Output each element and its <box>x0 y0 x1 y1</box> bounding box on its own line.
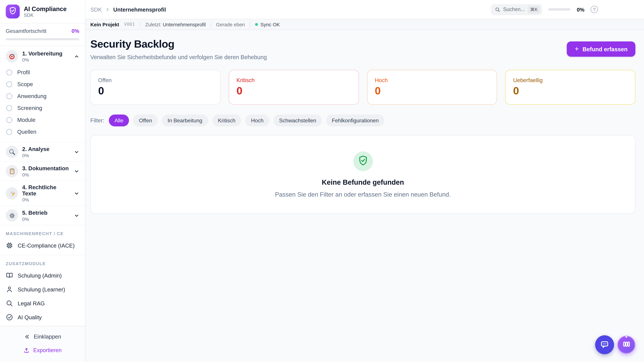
chat-bubble-icon <box>600 340 609 350</box>
sidebar-item-label: AI Quality <box>18 314 42 321</box>
sidebar-item-ai-quality[interactable]: AI Quality <box>0 310 85 324</box>
topbar-progress-bar <box>548 8 570 10</box>
topbar-progress-value: 0% <box>577 6 584 12</box>
sync-status-label: Sync OK <box>260 22 280 27</box>
nav-phase-dokumentation-toggle[interactable]: 3. Dokumentation 0% <box>0 162 85 181</box>
search-input[interactable]: Suchen... ⌘K <box>491 4 542 15</box>
stat-label: Kritisch <box>236 77 351 83</box>
stat-value: 0 <box>98 85 213 96</box>
double-chevron-left-icon <box>24 334 30 340</box>
page-title: Security Backlog <box>90 38 267 50</box>
filter-chip-schwachstellen[interactable]: Schwachstellen <box>273 114 322 126</box>
sidebar-item-scope[interactable]: Scope <box>0 78 85 90</box>
filter-chip-in-bearbeitung[interactable]: In Bearbeitung <box>162 114 208 126</box>
breadcrumb: SDK Unternehmensprofil <box>90 6 166 12</box>
overall-progress-bar <box>6 38 79 40</box>
overall-progress: Gesamtfortschritt 0% <box>0 23 85 46</box>
filter-label: Filter: <box>90 117 104 123</box>
topbar: SDK Unternehmensprofil Suchen... ⌘K 0% ? <box>85 0 644 19</box>
stat-value: 0 <box>236 85 351 96</box>
chevron-down-icon <box>74 213 79 218</box>
last-saved-time: Gerade eben <box>216 22 245 27</box>
kanban-fab-button[interactable] <box>617 336 636 354</box>
sidebar-item-ce-compliance[interactable]: CE-Compliance (IACE) <box>0 239 85 252</box>
search-placeholder: Suchen... <box>503 6 525 12</box>
chevron-right-icon <box>105 7 110 12</box>
divider <box>140 22 140 27</box>
filter-chip-alle[interactable]: Alle <box>109 114 129 126</box>
sidebar-item-schulung-learner[interactable]: Schulung (Learner) <box>0 282 85 296</box>
sidebar-item-label: Schulung (Admin) <box>18 272 62 279</box>
chevron-down-icon <box>74 149 79 155</box>
stat-card-ueberfaellig: Ueberfaellig 0 <box>505 70 636 105</box>
filter-chip-kritisch[interactable]: Kritisch <box>212 114 241 126</box>
clipboard-emoji-icon <box>6 165 18 177</box>
last-visited-value: Unternehmensprofil <box>163 22 206 27</box>
add-finding-button[interactable]: + Befund erfassen <box>567 41 636 57</box>
page-header-text: Security Backlog Verwalten Sie Sicherhei… <box>90 38 267 60</box>
nav-phase-subitems: Profil Scope Anwendung Screening Module … <box>0 66 85 142</box>
stat-card-offen: Offen 0 <box>90 70 220 105</box>
stat-label: Ueberfaellig <box>513 77 628 83</box>
filter-chip-offen[interactable]: Offen <box>133 114 158 126</box>
sidebar-item-module[interactable]: Module <box>0 114 85 126</box>
stat-card-kritisch: Kritisch 0 <box>228 70 359 105</box>
divider <box>211 22 211 27</box>
nav-phase-percent: 0% <box>22 153 70 158</box>
overall-progress-value: 0% <box>72 28 79 34</box>
filter-chip-hoch[interactable]: Hoch <box>245 114 269 126</box>
chat-fab-button[interactable] <box>595 335 614 354</box>
nav-phase-rechtliche-texte: 4. Rechtliche Texte 0% <box>0 181 85 206</box>
shield-check-icon <box>8 6 17 16</box>
sidebar-nav: 1. Vorbereitung 0% Profil Scope Anwendun… <box>0 46 85 326</box>
app-title: AI Compliance <box>24 5 66 12</box>
nav-phase-analyse-toggle[interactable]: 2. Analyse 0% <box>0 142 85 161</box>
stat-label: Hoch <box>375 77 489 83</box>
step-circle-icon <box>6 105 12 111</box>
nav-phase-percent: 0% <box>22 197 70 202</box>
plus-icon: + <box>575 45 579 53</box>
nav-phase-label: 1. Vorbereitung <box>22 50 70 56</box>
chevron-down-icon <box>74 168 79 174</box>
app-logo <box>6 4 20 18</box>
nav-phase-label: 5. Betrieb <box>22 210 70 216</box>
sidebar-item-label: Schulung (Learner) <box>18 286 65 293</box>
page-header: Security Backlog Verwalten Sie Sicherhei… <box>90 38 636 60</box>
breadcrumb-root[interactable]: SDK <box>90 6 102 12</box>
breadcrumb-current: Unternehmensprofil <box>113 6 166 12</box>
help-icon[interactable]: ? <box>591 6 598 13</box>
step-circle-icon <box>6 69 12 76</box>
page-content: Security Backlog Verwalten Sie Sicherhei… <box>85 30 644 214</box>
sidebar-item-label: Legal RAG <box>18 300 45 306</box>
sidebar-item-legal-rag[interactable]: Legal RAG <box>0 296 85 310</box>
overall-progress-label: Gesamtfortschritt <box>6 28 46 34</box>
nav-phase-percent: 0% <box>22 57 70 62</box>
nav-phase-betrieb: 5. Betrieb 0% <box>0 206 85 225</box>
stat-value: 0 <box>513 85 628 96</box>
stat-cards: Offen 0 Kritisch 0 Hoch 0 Ueberfaellig 0 <box>90 70 636 105</box>
sync-status: Sync OK <box>255 22 280 27</box>
step-circle-icon <box>6 81 12 87</box>
memo-emoji-icon <box>6 187 18 199</box>
cpu-icon <box>6 242 13 249</box>
app-header: AI Compliance SDK <box>0 0 85 23</box>
nav-phase-vorbereitung-toggle[interactable]: 1. Vorbereitung 0% <box>0 47 85 66</box>
columns-icon <box>622 340 630 350</box>
export-label: Exportieren <box>33 347 62 354</box>
last-visited-label: Zuletzt: <box>145 22 161 27</box>
sidebar-item-label: CE-Compliance (IACE) <box>18 242 75 249</box>
collapse-sidebar-button[interactable]: Einklappen <box>6 332 79 342</box>
sidebar-item-quellen[interactable]: Quellen <box>0 126 85 138</box>
sidebar-item-screening[interactable]: Screening <box>0 102 85 114</box>
step-circle-icon <box>6 93 12 99</box>
export-button[interactable]: Exportieren <box>6 345 79 356</box>
nav-phase-percent: 0% <box>22 172 70 177</box>
page-subtitle: Verwalten Sie Sicherheitsbefunde und ver… <box>90 54 267 60</box>
collapse-label: Einklappen <box>34 334 61 340</box>
nav-phase-rechtliche-texte-toggle[interactable]: 4. Rechtliche Texte 0% <box>0 181 85 206</box>
filter-chip-fehlkonfigurationen[interactable]: Fehlkonfigurationen <box>326 114 384 126</box>
sidebar-item-profil[interactable]: Profil <box>0 66 85 78</box>
nav-phase-betrieb-toggle[interactable]: 5. Betrieb 0% <box>0 206 85 225</box>
sidebar-item-anwendung[interactable]: Anwendung <box>0 90 85 102</box>
sidebar-item-schulung-admin[interactable]: Schulung (Admin) <box>0 269 85 282</box>
